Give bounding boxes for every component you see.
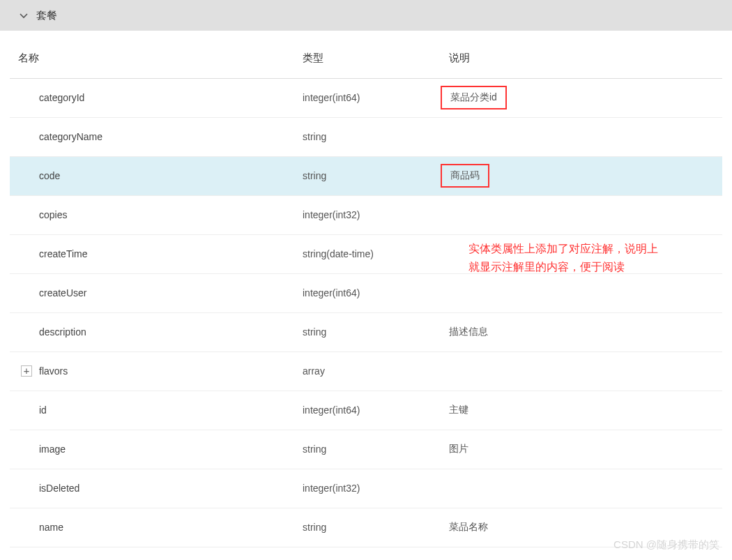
property-type: integer(int64) [303,92,360,103]
property-type-cell: integer(int32) [303,195,449,234]
property-type: integer(int32) [303,209,360,220]
property-name-cell: createUser [10,273,303,312]
property-type-cell: string [303,430,449,469]
property-name-cell: categoryId [10,78,303,117]
property-name-cell: isDeleted [10,469,303,508]
property-type-cell: string [303,508,449,547]
property-type: string [303,170,326,181]
property-desc-cell [449,469,722,508]
property-desc-cell [449,117,722,156]
property-desc-cell [449,234,722,273]
property-desc-cell: 商品码 [449,156,722,195]
property-type-cell: string(date-time) [303,234,449,273]
property-name: isDeleted [39,483,79,494]
section-title: 套餐 [36,9,57,22]
property-desc-cell [449,351,722,391]
property-type-cell: string [303,156,449,195]
property-desc-cell: 主键 [449,391,722,430]
property-type: string [303,131,326,142]
property-type-cell: string [303,312,449,351]
table-row[interactable]: idinteger(int64)主键 [10,391,722,430]
property-name: flavors [39,365,68,377]
property-name-cell: description [10,312,303,351]
table-row[interactable]: imagestring图片 [10,430,722,469]
property-type-cell: integer(int64) [303,78,449,117]
property-type: string [303,444,326,455]
table-row[interactable]: isDeletedinteger(int32) [10,469,722,508]
property-name-cell: code [10,156,303,195]
property-desc: 图片 [449,443,468,454]
property-name: name [39,522,63,533]
property-type: integer(int64) [303,287,360,298]
column-header-type: 类型 [303,39,449,78]
schema-table: 名称 类型 说明 categoryIdinteger(int64)菜品分类idc… [10,39,722,547]
property-name: createUser [39,287,86,298]
property-desc-cell [449,273,722,312]
property-desc-cell: 菜品分类id [449,78,722,117]
table-row[interactable]: createTimestring(date-time) [10,234,722,273]
property-name-cell: copies [10,195,303,234]
column-header-name: 名称 [10,39,303,78]
property-type: string [303,326,326,338]
property-type-cell: string [303,117,449,156]
table-row[interactable]: createUserinteger(int64) [10,273,722,312]
table-row[interactable]: categoryIdinteger(int64)菜品分类id [10,78,722,117]
section-header[interactable]: 套餐 [0,0,732,31]
property-type: integer(int32) [303,483,360,494]
table-row[interactable]: copiesinteger(int32) [10,195,722,234]
property-desc-cell [449,195,722,234]
property-desc: 菜品分类id [441,86,507,109]
property-type-cell: integer(int32) [303,469,449,508]
property-desc: 主键 [449,404,468,415]
property-type: array [303,365,325,377]
chevron-down-icon [20,12,26,19]
property-desc: 描述信息 [449,326,488,337]
property-name: image [39,444,66,455]
property-name: description [39,326,86,338]
property-name-cell: id [10,391,303,430]
property-type-cell: integer(int64) [303,391,449,430]
property-type: string(date-time) [303,248,374,259]
property-desc: 菜品名称 [449,521,488,532]
table-row[interactable]: categoryNamestring [10,117,722,156]
property-type: integer(int64) [303,404,360,416]
property-name-cell: image [10,430,303,469]
table-row[interactable]: codestring商品码 [10,156,722,195]
property-name: copies [39,209,67,220]
property-name: categoryId [39,92,84,103]
property-type-cell: integer(int64) [303,273,449,312]
property-name: code [39,170,60,181]
column-header-desc: 说明 [449,39,722,78]
content-area: 名称 类型 说明 categoryIdinteger(int64)菜品分类idc… [0,31,732,547]
property-type: string [303,522,326,533]
property-type-cell: array [303,351,449,391]
table-row[interactable]: +flavorsarray [10,351,722,391]
property-name: categoryName [39,131,102,142]
property-desc-cell: 图片 [449,430,722,469]
table-header-row: 名称 类型 说明 [10,39,722,78]
property-desc: 商品码 [441,164,489,188]
property-name-cell: name [10,508,303,547]
property-name-cell: +flavors [10,351,303,391]
property-desc-cell: 描述信息 [449,312,722,351]
table-row[interactable]: descriptionstring描述信息 [10,312,722,351]
property-name-cell: createTime [10,234,303,273]
watermark: CSDN @随身携带的笑 [613,538,719,547]
property-name: createTime [39,248,88,259]
expand-button[interactable]: + [21,365,32,377]
property-name: id [39,404,47,416]
property-name-cell: categoryName [10,117,303,156]
